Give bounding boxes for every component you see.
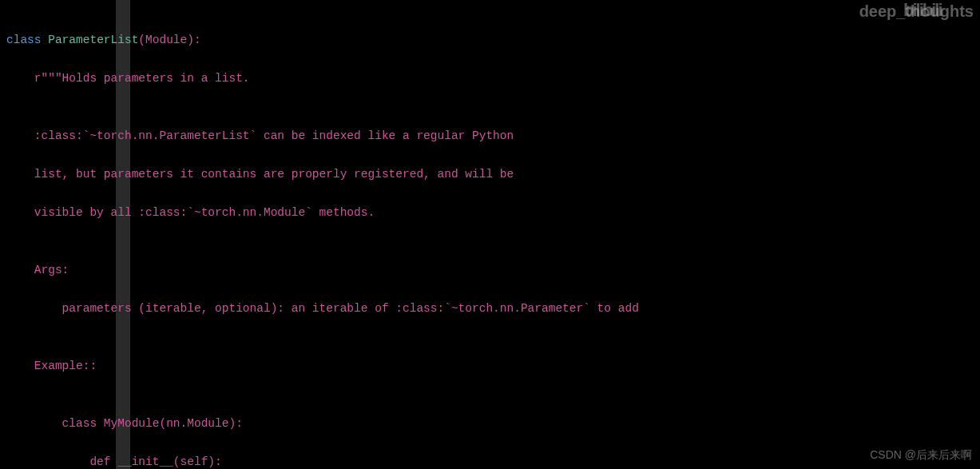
code-line: visible by all :class:`~torch.nn.Module`… bbox=[6, 203, 974, 222]
code-line: :class:`~torch.nn.ParameterList` can be … bbox=[6, 126, 974, 145]
code-line: parameters (iterable, optional): an iter… bbox=[6, 299, 974, 318]
watermark-bottom: CSDN @后来后来啊 bbox=[870, 445, 972, 464]
svg-text:bilibili: bilibili bbox=[903, 0, 942, 20]
code-line: r"""Holds parameters in a list. bbox=[6, 69, 974, 88]
code-line: class ParameterList(Module): bbox=[6, 30, 974, 50]
watermark-logo: bilibili bbox=[903, 0, 975, 25]
code-line: list, but parameters it contains are pro… bbox=[6, 165, 974, 184]
code-line: class MyModule(nn.Module): bbox=[6, 414, 974, 433]
code-text: (Module): bbox=[138, 34, 200, 46]
keyword-class: class bbox=[6, 34, 48, 46]
code-line: def __init__(self): bbox=[6, 452, 974, 469]
code-line: Args: bbox=[6, 260, 974, 280]
class-identifier: ParameterList bbox=[48, 34, 138, 46]
code-editor-area[interactable]: class ParameterList(Module): r"""Holds p… bbox=[0, 0, 980, 469]
code-line: Example:: bbox=[6, 356, 974, 376]
